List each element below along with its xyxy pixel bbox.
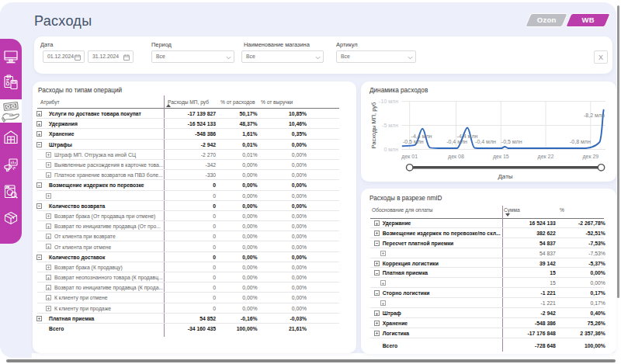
svg-text:дек 01: дек 01 bbox=[401, 154, 418, 160]
svg-text:дек 08: дек 08 bbox=[448, 154, 464, 160]
svg-text:-0,4 млн: -0,4 млн bbox=[475, 139, 496, 144]
svg-text:-5 млн: -5 млн bbox=[382, 123, 398, 128]
svg-text:-0,8 млн: -0,8 млн bbox=[570, 139, 591, 144]
svg-text:-0,4 млн: -0,4 млн bbox=[446, 139, 467, 144]
svg-text:Расходы МП, руб: Расходы МП, руб bbox=[370, 102, 377, 148]
svg-text:дек 15: дек 15 bbox=[493, 154, 509, 160]
svg-text:дек 22: дек 22 bbox=[538, 154, 554, 160]
svg-text:-0,5 млн: -0,5 млн bbox=[501, 139, 522, 144]
svg-text:Даты: Даты bbox=[498, 173, 512, 180]
svg-text:дек 29: дек 29 bbox=[582, 154, 598, 160]
svg-text:0 млн: 0 млн bbox=[383, 147, 398, 152]
svg-text:-0,5 млн: -0,5 млн bbox=[403, 139, 424, 144]
svg-text:-8,2 млн: -8,2 млн bbox=[584, 113, 605, 118]
svg-text:-10 млн: -10 млн bbox=[379, 99, 398, 104]
svg-text:-4,4 млн: -4,4 млн bbox=[411, 133, 432, 139]
